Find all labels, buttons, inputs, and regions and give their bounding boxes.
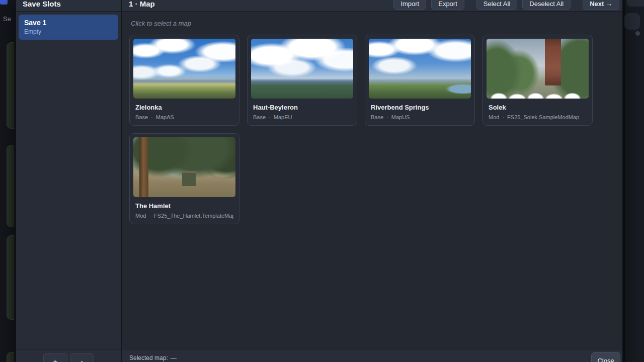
save-slot-name: Save 1: [24, 19, 113, 27]
map-meta: Base·MapUS: [371, 114, 469, 120]
background-text-fragment: Se: [3, 15, 11, 23]
map-meta: Base·MapEU: [253, 114, 351, 120]
sidebar-footer: + -: [16, 349, 121, 362]
selected-map-line: Selected map: —: [129, 354, 622, 361]
map-type: Base: [135, 114, 148, 120]
export-button[interactable]: Export: [431, 0, 464, 10]
save-slot-status: Empty: [24, 28, 113, 35]
background-button-fragment: [627, 0, 644, 7]
background-card-edge: [7, 352, 14, 362]
map-step-title: 1 · Map: [129, 0, 155, 8]
meta-separator: ·: [269, 114, 271, 120]
save-editor-dialog: Save Slots Save 1Empty + - 1 · Map Impor…: [16, 0, 622, 362]
map-step-content: Click to select a map ZielonkaBase·MapAS…: [122, 12, 622, 349]
map-type: Mod: [135, 213, 146, 219]
map-type: Mod: [489, 114, 499, 120]
background-dot: [635, 31, 640, 36]
sidebar-title: Save Slots: [23, 0, 61, 8]
meta-separator: ·: [502, 114, 504, 120]
map-id: FS25_Solek.SampleModMap: [507, 114, 579, 120]
meta-separator: ·: [151, 114, 153, 120]
map-id: MapEU: [274, 114, 292, 120]
map-meta: Mod·FS25_The_Hamlet.TemplateMap: [135, 213, 233, 219]
map-grid: ZielonkaBase·MapASHaut-BeyleronBase·MapE…: [129, 35, 615, 224]
map-thumbnail: [369, 39, 471, 99]
map-meta: Base·MapAS: [135, 114, 233, 120]
background-button-fragment: [624, 13, 640, 30]
map-toolbar: ImportExportSelect AllDeselect AllNext →: [393, 0, 619, 10]
map-title: Zielonka: [135, 104, 233, 111]
selected-map-label: Selected map:: [129, 354, 168, 361]
selected-map-value: —: [171, 354, 177, 361]
map-title: Haut-Beyleron: [253, 104, 351, 111]
map-card[interactable]: Haut-BeyleronBase·MapEU: [247, 35, 357, 126]
import-button[interactable]: Import: [393, 0, 426, 10]
map-thumbnail: [133, 137, 235, 197]
background-card-edge: [7, 235, 14, 320]
meta-separator: ·: [386, 114, 388, 120]
map-thumbnail: [133, 39, 235, 99]
background-card-edge: [7, 42, 14, 129]
remove-slot-button[interactable]: -: [70, 353, 94, 362]
background-right-rail: [623, 0, 644, 362]
sidebar-header: Save Slots: [16, 0, 121, 12]
map-id: FS25_The_Hamlet.TemplateMap: [154, 213, 233, 219]
map-card[interactable]: The HamletMod·FS25_The_Hamlet.TemplateMa…: [129, 133, 239, 224]
map-card[interactable]: SolekMod·FS25_Solek.SampleModMap: [482, 35, 593, 126]
map-id: MapAS: [156, 114, 174, 120]
map-type: Base: [371, 114, 383, 120]
meta-separator: ·: [149, 213, 151, 219]
map-card[interactable]: Riverbend SpringsBase·MapUS: [365, 35, 475, 126]
save-slot-list: Save 1Empty: [16, 12, 121, 349]
background-card-edge: [7, 145, 14, 227]
map-thumbnail: [487, 39, 589, 99]
save-slot-item[interactable]: Save 1Empty: [19, 15, 118, 40]
map-title: Riverbend Springs: [371, 104, 469, 111]
select-all-button[interactable]: Select All: [476, 0, 517, 10]
deselect-all-button[interactable]: Deselect All: [522, 0, 571, 10]
map-title: Solek: [489, 104, 587, 111]
map-thumbnail: [251, 39, 353, 99]
map-id: MapUS: [391, 114, 410, 120]
map-step-header: 1 · Map ImportExportSelect AllDeselect A…: [122, 0, 622, 12]
background-blue-fragment: [0, 0, 8, 5]
map-select-hint: Click to select a map: [131, 20, 615, 27]
next-button[interactable]: Next →: [583, 0, 619, 10]
save-slots-sidebar: Save Slots Save 1Empty + -: [16, 0, 121, 362]
map-card[interactable]: ZielonkaBase·MapAS: [129, 35, 239, 126]
add-slot-button[interactable]: +: [43, 353, 67, 362]
map-meta: Mod·FS25_Solek.SampleModMap: [489, 114, 587, 120]
map-step-panel: 1 · Map ImportExportSelect AllDeselect A…: [122, 0, 622, 362]
map-title: The Hamlet: [135, 202, 233, 210]
map-type: Base: [253, 114, 266, 120]
close-button[interactable]: Close: [591, 352, 620, 362]
map-step-footer: Selected map: — Close: [122, 349, 622, 362]
